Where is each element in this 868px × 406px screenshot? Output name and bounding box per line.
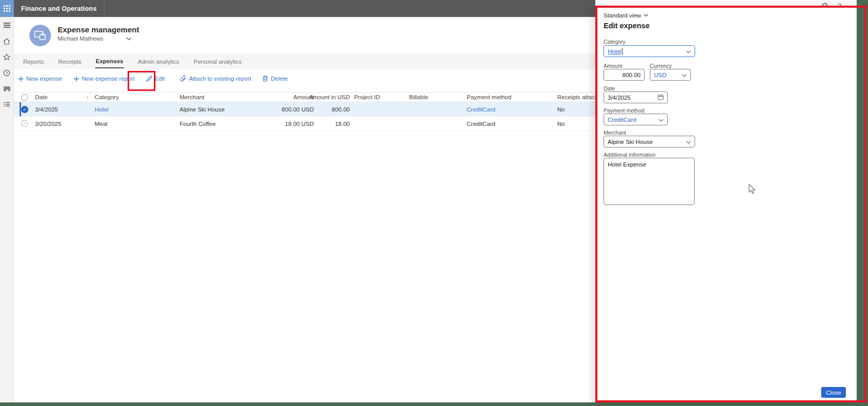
header-expand-chevron[interactable] (126, 33, 132, 43)
row-selected-checkbox[interactable]: ✓ (21, 106, 28, 113)
text-caret (622, 48, 623, 54)
tab-reports[interactable]: Reports (23, 56, 44, 68)
plus-icon (18, 76, 24, 82)
expenses-grid: Date ↑ Category Merchant Amount Amount i… (14, 92, 595, 131)
chevron-down-icon (126, 37, 132, 41)
home-button[interactable] (0, 33, 14, 49)
view-selector-dropdown[interactable]: Standard view (604, 12, 648, 19)
delete-button[interactable]: Delete (262, 76, 288, 82)
date-value: 3/4/2025 (608, 95, 631, 101)
new-expense-button[interactable]: New expense (18, 76, 62, 82)
merchant-label: Merchant (604, 130, 626, 136)
currency-combobox[interactable]: USD (650, 69, 691, 81)
currency-label: Currency (650, 63, 672, 69)
cell-receipts-attached: No (557, 117, 595, 131)
cell-date: 3/4/2025 (35, 102, 84, 116)
chevron-down-icon[interactable] (686, 141, 691, 144)
cell-payment-method-link[interactable]: CreditCard (467, 102, 539, 116)
attach-to-existing-report-button[interactable]: Attach to existing report (180, 76, 251, 82)
tab-receipts[interactable]: Receipts (58, 56, 82, 68)
trash-icon (262, 76, 268, 82)
category-label: Category (604, 39, 626, 45)
app-launcher-button[interactable] (0, 0, 14, 17)
chevron-down-icon[interactable] (659, 119, 664, 122)
column-header-category[interactable]: Category (95, 93, 172, 102)
edit-expense-panel: Standard view Edit expense Category Hote… (595, 6, 857, 402)
expense-row-hotel[interactable]: ✓ 3/4/2025 Hotel Alpine Ski House 800.00… (14, 102, 595, 117)
waffle-icon (4, 5, 10, 12)
cell-merchant: Alpine Ski House (180, 102, 267, 116)
row-checkbox[interactable]: ✓ (21, 120, 28, 127)
column-header-project-id[interactable]: Project ID (354, 93, 405, 102)
page-subtitle-user: Michael Mathews (58, 35, 103, 42)
column-header-receipts-attached[interactable]: Receipts attached (557, 93, 595, 102)
cell-billable (409, 102, 460, 116)
list-icon (3, 102, 10, 108)
workspace-image-icon (4, 86, 10, 91)
screen: Finance and Operations ? Expense managem… (0, 0, 868, 406)
panel-title: Edit expense (604, 22, 649, 30)
cell-merchant: Fourth Coffee (180, 117, 267, 131)
category-value: Hotel (608, 48, 622, 54)
main-content: Expense management Michael Mathews Repor… (14, 17, 595, 402)
paperclip-icon (180, 76, 186, 82)
chevron-down-icon[interactable] (682, 74, 687, 77)
select-all-checkbox[interactable] (21, 94, 28, 101)
column-header-merchant[interactable]: Merchant (180, 93, 267, 102)
column-header-billable[interactable]: Billable (409, 93, 460, 102)
tab-personal-analytics[interactable]: Personal analytics (193, 56, 242, 68)
category-combobox[interactable]: Hotel (604, 45, 695, 57)
desktop-edge-right (857, 0, 868, 406)
grid-header-row: Date ↑ Category Merchant Amount Amount i… (14, 92, 595, 102)
action-toolbar: New expense New expense report Edit Atta… (14, 69, 595, 88)
plus-icon (74, 76, 79, 82)
expense-management-avatar (29, 25, 51, 46)
cell-receipts-attached: No (557, 102, 595, 116)
date-input[interactable]: 3/4/2025 (604, 91, 668, 103)
cell-category-link[interactable]: Hotel (95, 102, 172, 116)
column-header-amount-in-usd[interactable]: Amount in USD (304, 93, 350, 102)
amount-value: 800.00 (623, 72, 641, 78)
column-header-payment-method[interactable]: Payment method (467, 93, 539, 102)
cell-amount-in-usd: 800.00 (304, 102, 350, 116)
tab-strip: Reports Receipts Expenses Admin analytic… (14, 54, 595, 69)
expense-card-icon (34, 30, 46, 41)
chevron-down-icon (644, 14, 648, 17)
modules-button[interactable] (0, 97, 14, 113)
view-selector-label: Standard view (604, 12, 641, 19)
currency-value: USD (654, 72, 666, 78)
app-title: Finance and Operations (14, 5, 104, 12)
column-header-date[interactable]: Date (35, 93, 84, 102)
favorites-button[interactable] (0, 49, 14, 65)
merchant-combobox[interactable]: Alpine Ski House (604, 136, 695, 147)
cell-project-id (354, 102, 405, 116)
page-title: Expense management (58, 25, 139, 34)
date-label: Date (604, 85, 615, 91)
tab-expenses[interactable]: Expenses (95, 55, 124, 68)
cell-billable (409, 117, 460, 131)
workspaces-button[interactable] (0, 81, 14, 97)
payment-method-combobox[interactable]: CreditCard (604, 114, 668, 125)
calendar-icon[interactable] (658, 94, 664, 100)
recent-button[interactable] (0, 65, 14, 81)
left-nav-rail (0, 0, 14, 402)
new-expense-report-button[interactable]: New expense report (74, 76, 135, 82)
chevron-down-icon[interactable] (686, 50, 691, 53)
tab-admin-analytics[interactable]: Admin analytics (137, 56, 180, 68)
header-divider (104, 0, 104, 17)
additional-information-textarea[interactable]: Hotel Expense (604, 158, 695, 205)
expense-row-meal[interactable]: ✓ 3/20/2025 Meal Fourth Coffee 18.00 USD… (14, 117, 595, 131)
close-button[interactable]: Close (821, 387, 846, 398)
payment-method-label: Payment method (604, 107, 644, 114)
clock-icon (3, 69, 10, 77)
pencil-icon (146, 76, 152, 82)
payment-method-value: CreditCard (608, 117, 636, 123)
desktop-edge-bottom (0, 402, 868, 406)
edit-button[interactable]: Edit (146, 76, 165, 82)
amount-input[interactable]: 800.00 (604, 69, 645, 81)
page-header: Expense management Michael Mathews (14, 17, 595, 54)
cell-category: Meal (95, 117, 172, 131)
additional-information-label: Additional information (604, 152, 656, 158)
star-icon (3, 53, 10, 61)
hamburger-menu-button[interactable] (0, 17, 14, 33)
